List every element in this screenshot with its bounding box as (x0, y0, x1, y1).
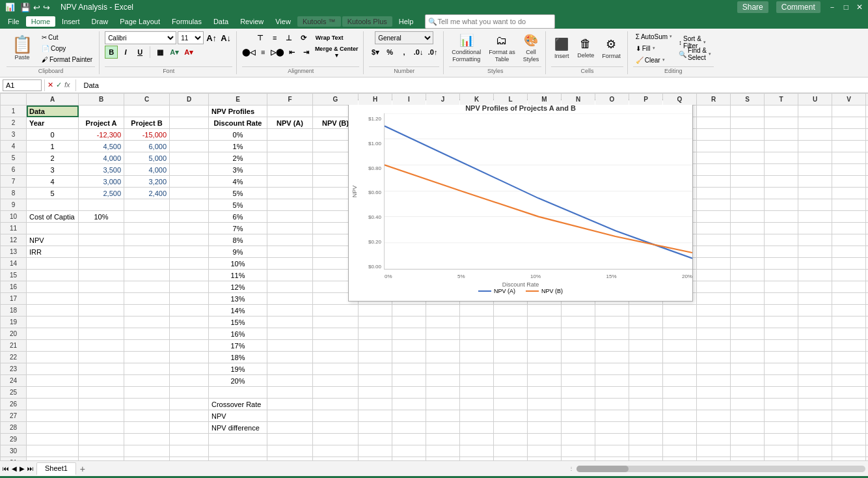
list-item[interactable] (359, 387, 392, 399)
list-item[interactable] (27, 410, 79, 422)
list-item[interactable] (528, 328, 562, 340)
percent-btn[interactable]: % (383, 46, 396, 59)
list-item[interactable] (832, 188, 866, 199)
list-item[interactable] (798, 316, 832, 328)
list-item[interactable] (267, 422, 313, 434)
list-item[interactable] (798, 328, 832, 340)
row-header-6[interactable]: 6 (1, 164, 27, 176)
list-item[interactable] (494, 399, 528, 410)
list-item[interactable] (798, 246, 832, 258)
font-color-btn[interactable]: A▾ (182, 46, 195, 59)
list-item[interactable] (595, 340, 629, 352)
list-item[interactable] (170, 293, 209, 305)
list-item[interactable] (27, 223, 79, 234)
list-item[interactable] (697, 305, 731, 316)
next-sheet-btn[interactable]: ▶ (20, 465, 25, 472)
list-item[interactable]: 6% (209, 211, 267, 223)
list-item[interactable] (866, 211, 869, 223)
row-header-23[interactable]: 23 (1, 363, 27, 375)
row-header-2[interactable]: 2 (1, 117, 27, 129)
list-item[interactable] (124, 105, 170, 117)
list-item[interactable] (765, 176, 798, 188)
list-item[interactable] (765, 445, 798, 457)
bold-btn[interactable]: B (105, 46, 118, 59)
list-item[interactable] (832, 141, 866, 152)
list-item[interactable] (663, 445, 697, 457)
list-item[interactable] (528, 457, 562, 461)
list-item[interactable] (832, 434, 866, 445)
list-item[interactable] (494, 387, 528, 399)
list-item[interactable] (209, 457, 267, 461)
list-item[interactable] (170, 258, 209, 270)
list-item[interactable] (866, 258, 869, 270)
list-item[interactable] (798, 422, 832, 434)
list-item[interactable] (170, 188, 209, 199)
list-item[interactable] (170, 410, 209, 422)
list-item[interactable] (798, 375, 832, 387)
list-item[interactable] (663, 375, 697, 387)
list-item[interactable]: 10% (79, 211, 124, 223)
list-item[interactable] (392, 410, 426, 422)
list-item[interactable] (731, 246, 765, 258)
list-item[interactable] (170, 211, 209, 223)
list-item[interactable] (313, 457, 359, 461)
italic-btn[interactable]: I (119, 46, 132, 59)
list-item[interactable] (798, 223, 832, 234)
list-item[interactable] (866, 363, 869, 375)
row-header-15[interactable]: 15 (1, 270, 27, 281)
list-item[interactable] (798, 176, 832, 188)
row-header-9[interactable]: 9 (1, 199, 27, 211)
list-item[interactable] (697, 387, 731, 399)
list-item[interactable] (798, 363, 832, 375)
list-item[interactable] (731, 105, 765, 117)
col-header-u[interactable]: U (798, 94, 832, 105)
list-item[interactable] (359, 399, 392, 410)
list-item[interactable] (124, 234, 170, 246)
list-item[interactable] (798, 152, 832, 164)
list-item[interactable] (313, 375, 359, 387)
find-select-btn[interactable]: 🔍 Find &Select ▾ (676, 49, 714, 59)
list-item[interactable]: -12,300 (79, 129, 124, 141)
list-item[interactable] (27, 328, 79, 340)
list-item[interactable] (124, 352, 170, 363)
list-item[interactable] (697, 199, 731, 211)
list-item[interactable]: NPV Profiles (209, 105, 267, 117)
dollar-btn[interactable]: $▾ (369, 46, 382, 59)
minimize-btn[interactable]: － (828, 2, 836, 13)
list-item[interactable] (731, 387, 765, 399)
list-item[interactable] (798, 305, 832, 316)
row-header-31[interactable]: 31 (1, 457, 27, 461)
row-header-10[interactable]: 10 (1, 211, 27, 223)
list-item[interactable] (79, 223, 124, 234)
list-item[interactable] (731, 399, 765, 410)
list-item[interactable] (170, 141, 209, 152)
list-item[interactable]: Discount Rate (209, 117, 267, 129)
row-header-12[interactable]: 12 (1, 234, 27, 246)
list-item[interactable] (697, 176, 731, 188)
list-item[interactable] (866, 246, 869, 258)
list-item[interactable] (267, 258, 313, 270)
list-item[interactable] (124, 375, 170, 387)
list-item[interactable] (494, 316, 528, 328)
list-item[interactable]: 13% (209, 293, 267, 305)
col-header-n[interactable]: N (562, 94, 595, 105)
list-item[interactable] (392, 399, 426, 410)
list-item[interactable] (697, 328, 731, 340)
list-item[interactable] (79, 328, 124, 340)
h-scroll-thumb[interactable] (576, 466, 629, 472)
list-item[interactable] (313, 340, 359, 352)
list-item[interactable] (595, 352, 629, 363)
list-item[interactable] (798, 234, 832, 246)
list-item[interactable]: 0 (27, 129, 79, 141)
list-item[interactable]: 3 (27, 164, 79, 176)
list-item[interactable] (697, 105, 731, 117)
list-item[interactable]: 14% (209, 305, 267, 316)
list-item[interactable]: 5% (209, 199, 267, 211)
list-item[interactable] (170, 270, 209, 281)
align-right-btn[interactable]: ▷⬤ (271, 46, 284, 59)
list-item[interactable] (798, 399, 832, 410)
list-item[interactable] (79, 234, 124, 246)
list-item[interactable] (832, 164, 866, 176)
list-item[interactable] (27, 293, 79, 305)
row-header-27[interactable]: 27 (1, 410, 27, 422)
